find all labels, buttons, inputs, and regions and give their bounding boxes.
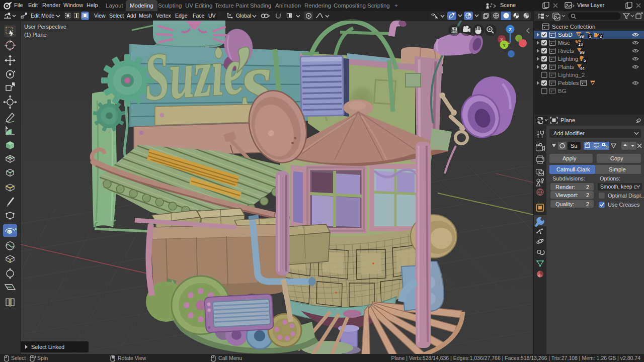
svg-text:Options:: Options: <box>600 175 620 182</box>
svg-text:BG: BG <box>558 88 567 94</box>
svg-text:44: 44 <box>580 66 585 71</box>
svg-text:2: 2 <box>586 192 589 198</box>
svg-text:Misc: Misc <box>558 40 570 46</box>
svg-text:Simple: Simple <box>609 166 626 172</box>
svg-text:10: 10 <box>578 42 583 47</box>
svg-text:(1) Plane: (1) Plane <box>24 32 47 38</box>
svg-text:Y: Y <box>503 43 506 48</box>
svg-text:Scene Collection: Scene Collection <box>552 24 595 30</box>
svg-text:Viewport:: Viewport: <box>555 192 579 198</box>
svg-text:Catmull-Clark: Catmull-Clark <box>556 166 590 172</box>
svg-text:Smooth, keep c..: Smooth, keep c.. <box>600 184 639 190</box>
svg-text:2: 2 <box>586 184 589 190</box>
svg-text:5: 5 <box>584 58 586 63</box>
svg-text:Lighting_2: Lighting_2 <box>558 72 585 78</box>
svg-text:Lighting: Lighting <box>558 56 578 62</box>
svg-text:SubD: SubD <box>558 32 573 38</box>
svg-text:Plane: Plane <box>560 117 575 123</box>
svg-text:Pebbles: Pebbles <box>558 80 579 86</box>
svg-text:Copy: Copy <box>610 155 623 161</box>
svg-text:Select Linked: Select Linked <box>31 344 64 350</box>
svg-text:Apply: Apply <box>562 155 577 161</box>
svg-text:2: 2 <box>589 34 592 39</box>
svg-text:99: 99 <box>579 34 584 39</box>
svg-text:2: 2 <box>586 201 589 207</box>
svg-text:99: 99 <box>580 50 585 55</box>
svg-text:2: 2 <box>600 34 602 39</box>
svg-text:Rivets: Rivets <box>558 48 574 54</box>
svg-text:Render:: Render: <box>555 184 575 190</box>
svg-text:Optimal Displ..: Optimal Displ.. <box>608 193 644 199</box>
svg-text:Z: Z <box>509 27 512 32</box>
svg-text:Subdivisions:: Subdivisions: <box>552 175 585 182</box>
svg-text:Su: Su <box>571 143 577 149</box>
svg-text:Quality:: Quality: <box>555 201 574 207</box>
svg-text:User Perspective: User Perspective <box>24 24 66 30</box>
svg-text:Add Modifier: Add Modifier <box>553 130 585 136</box>
svg-text:Use Creases: Use Creases <box>608 202 640 208</box>
svg-text:Plants: Plants <box>558 64 574 70</box>
